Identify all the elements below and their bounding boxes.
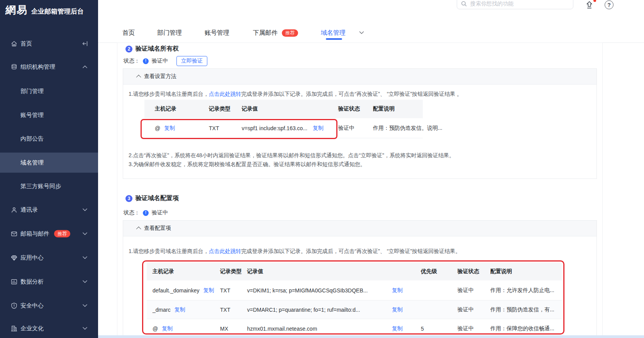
info-icon: ! (143, 58, 149, 64)
dns-record-row: @ 复制 TXT v=spf1 include:spf.163.co... 复制… (144, 118, 423, 138)
sidebar-item-security-center[interactable]: 安全中心 (0, 299, 98, 312)
record-desc: 作用：允许发件人防止电... (490, 287, 562, 294)
dns-record-row: _dmarc 复制 TXT v=DMARC1; p=quarantine; fo… (147, 301, 562, 319)
status-label: 状态： (124, 209, 140, 216)
tab-domain[interactable]: 域名管理 (321, 29, 346, 37)
record-desc: 作用：预防伪造发信，有... (490, 306, 562, 313)
sidebar-item-label: 企业文化 (20, 325, 44, 332)
person-icon (10, 206, 18, 214)
panel-title: 查看配置项 (144, 225, 171, 232)
record-value: hzmx01.mxmail.netease.com (247, 326, 392, 332)
copy-link[interactable]: 复制 (175, 306, 185, 313)
announcement-icon[interactable] (585, 1, 593, 10)
sidebar-item-label: 账号管理 (20, 112, 44, 119)
tab-home[interactable]: 首页 (122, 29, 135, 37)
sidebar-item-corp-culture[interactable]: 企业文化 (0, 322, 98, 335)
tab-account[interactable]: 账号管理 (205, 29, 229, 37)
verify-status: 验证中 (338, 125, 373, 132)
sidebar-item-org-management[interactable]: 组织机构管理 (0, 60, 98, 73)
verify-status: 验证中 (458, 325, 490, 332)
collapse-sidebar-icon[interactable] (82, 41, 88, 47)
setup-method-panel-header[interactable]: 查看设置方法 (123, 69, 597, 85)
bar-chart-icon (10, 278, 18, 285)
copy-link[interactable]: 复制 (162, 325, 173, 332)
chevron-up-icon (82, 64, 88, 70)
jump-link[interactable]: 点击此处跳转 (209, 91, 241, 97)
home-icon (10, 40, 18, 48)
copy-link[interactable]: 复制 (203, 287, 214, 294)
sidebar-item-data-analysis[interactable]: 数据分析 (0, 275, 98, 288)
record-type: MX (220, 326, 247, 332)
ownership-note-2: 2.点击“再次验证”，系统将在48小时内返回验证结果，验证结果将以邮件和短信形式… (129, 151, 454, 159)
copy-link[interactable]: 复制 (392, 325, 403, 332)
verify-status: 验证中 (458, 306, 490, 313)
host-record: default._domainkey (153, 287, 199, 294)
record-type: TXT (220, 287, 247, 294)
config-table-header: 主机记录 记录类型 记录值 优先级 验证状态 配置说明 (147, 263, 562, 280)
topbar: ? (98, 0, 644, 16)
sidebar-item-app-center[interactable]: 应用中心 (0, 251, 98, 264)
admin-console: 網易 企业邮箱管理后台 首页 组织机构管理 部门管理 账号管理 (0, 0, 644, 338)
sidebar-item-internal-notice[interactable]: 内部公告 (0, 132, 98, 145)
help-icon[interactable]: ? (605, 0, 613, 9)
section-config-header: 3 验证域名配置项 (125, 194, 179, 202)
record-type: TXT (220, 307, 247, 313)
host-record: _dmarc (153, 307, 171, 313)
collapse-caret-icon (136, 226, 141, 231)
dns-table-header: 主机记录 记录类型 记录值 验证状态 配置说明 (144, 100, 423, 118)
logo: 網易 企业邮箱管理后台 (5, 3, 84, 17)
recommend-badge: 推荐 (282, 29, 298, 37)
section-title: 验证域名所有权 (136, 45, 179, 53)
record-desc: 作用：保障您的收信畅通... (490, 325, 562, 332)
chevron-down-icon (82, 302, 88, 309)
jump-link[interactable]: 点击此处跳转 (209, 248, 241, 254)
panel-title: 查看设置方法 (144, 73, 176, 80)
tabbar: 首页 部门管理 账号管理 下属邮件 推荐 域名管理 (98, 15, 644, 43)
chevron-down-icon (82, 325, 88, 331)
sidebar-item-label: 邮箱与邮件 (20, 230, 49, 238)
sidebar-item-label: 域名管理 (20, 159, 44, 166)
page-bottom-strip (98, 335, 644, 338)
info-icon: ! (143, 210, 149, 216)
verify-status: 验证中 (458, 287, 490, 294)
config-status-row: 状态： ! 验证中 (124, 208, 168, 218)
status-value: 验证中 (152, 58, 168, 65)
sidebar-item-dept-management[interactable]: 部门管理 (0, 85, 98, 98)
layers-icon (10, 63, 18, 71)
record-value: v=spf1 include:spf.163.co... (242, 125, 313, 131)
tab-sub-mail[interactable]: 下属邮件 (253, 29, 278, 37)
status-label: 状态： (124, 58, 140, 65)
sidebar-item-label: 通讯录 (20, 206, 38, 214)
sidebar-item-account-management[interactable]: 账号管理 (0, 109, 98, 122)
sidebar-item-contacts[interactable]: 通讯录 (0, 203, 98, 216)
sidebar-item-label: 内部公告 (20, 135, 44, 143)
copy-link[interactable]: 复制 (313, 125, 324, 132)
sidebar-item-home[interactable]: 首页 (0, 37, 98, 50)
ownership-note-3: 3.为确保邮件收发稳定，系统将定期校验域名配置是否正确。验证结果将以邮件和短信形… (129, 160, 366, 168)
envelope-icon (10, 230, 18, 238)
chevron-down-icon[interactable] (359, 31, 364, 34)
netease-logo: 網易 (5, 3, 28, 17)
config-items-panel-header[interactable]: 查看配置项 (123, 221, 597, 236)
copy-link[interactable]: 复制 (164, 125, 175, 132)
sidebar-item-third-party-sync[interactable]: 第三方账号同步 (0, 180, 98, 193)
step-number-badge: 3 (125, 195, 132, 202)
sidebar-item-mail[interactable]: 邮箱与邮件 推荐 (0, 227, 98, 240)
chevron-down-icon (82, 207, 88, 213)
sidebar-item-domain-management[interactable]: 域名管理 (0, 153, 98, 173)
sidebar-item-label: 首页 (20, 40, 32, 48)
dns-record-row: default._domainkey 复制 TXT v=DKIM1; k=rsa… (147, 280, 562, 301)
record-desc: 作用：预防伪造发信。说明... (373, 125, 423, 132)
section-title: 验证域名配置项 (136, 194, 179, 202)
chevron-down-icon (82, 279, 88, 285)
ownership-status-row: 状态： ! 验证中 立即验证 (124, 56, 207, 66)
search-input[interactable] (469, 0, 569, 7)
sidebar-item-label: 数据分析 (20, 278, 44, 285)
tab-dept[interactable]: 部门管理 (157, 29, 182, 37)
verify-now-button[interactable]: 立即验证 (176, 56, 207, 66)
copy-link[interactable]: 复制 (392, 287, 403, 294)
logo-title: 企业邮箱管理后台 (31, 7, 84, 16)
sidebar-item-label: 第三方账号同步 (20, 183, 61, 190)
copy-link[interactable]: 复制 (392, 306, 403, 313)
notification-dot (593, 0, 596, 2)
